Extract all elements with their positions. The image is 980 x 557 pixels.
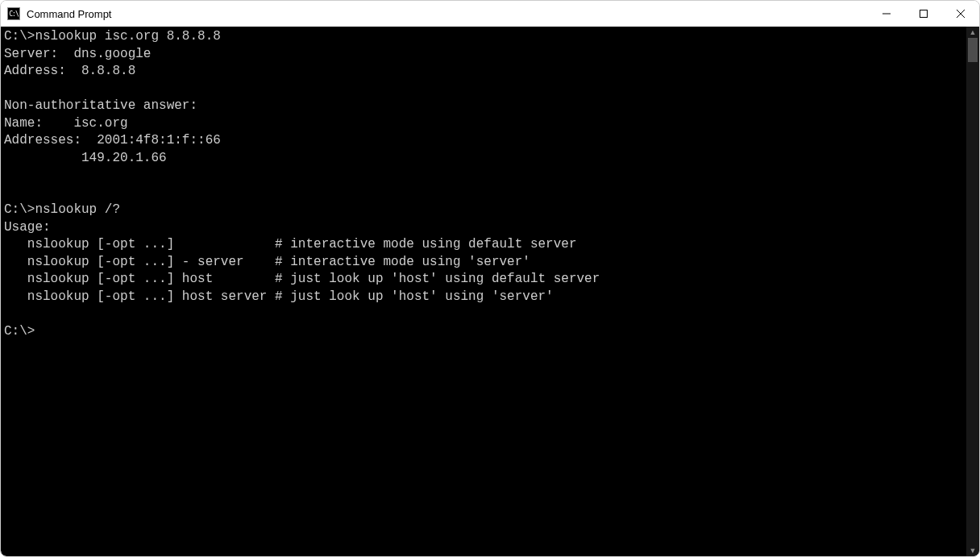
svg-rect-1 xyxy=(920,10,928,18)
terminal-output: C:\>nslookup isc.org 8.8.8.8 Server: dns… xyxy=(1,27,979,340)
cmd-icon: C:\ xyxy=(7,7,20,20)
close-button[interactable] xyxy=(942,1,979,27)
maximize-button[interactable] xyxy=(905,1,942,27)
scrollbar-up-icon[interactable]: ▲ xyxy=(966,27,979,38)
terminal-area[interactable]: C:\>nslookup isc.org 8.8.8.8 Server: dns… xyxy=(1,27,979,556)
scrollbar-thumb[interactable] xyxy=(968,38,978,62)
window-title: Command Prompt xyxy=(27,8,868,20)
scrollbar-down-icon[interactable]: ▼ xyxy=(966,545,979,556)
window-controls xyxy=(868,1,979,27)
minimize-button[interactable] xyxy=(868,1,905,27)
window-frame: C:\ Command Prompt C:\>nslookup isc.org … xyxy=(0,0,980,557)
scrollbar-track[interactable]: ▲ ▼ xyxy=(966,27,979,556)
titlebar[interactable]: C:\ Command Prompt xyxy=(1,1,979,27)
